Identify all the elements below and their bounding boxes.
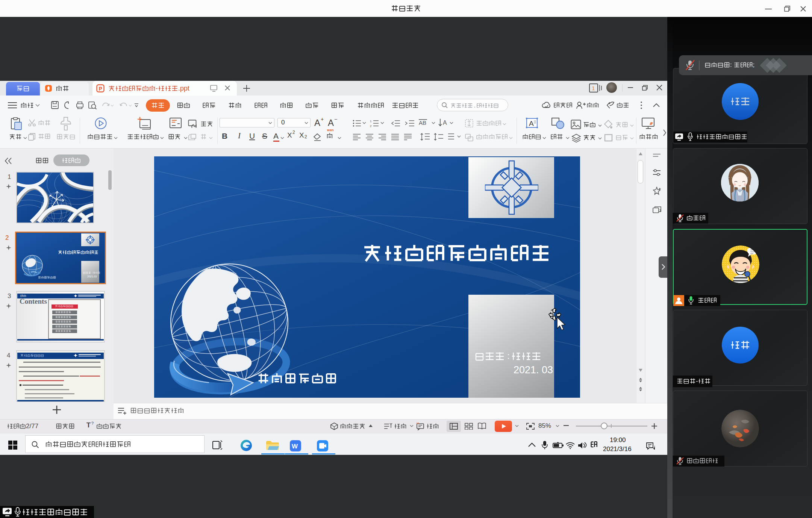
svg-text:;: ;	[753, 62, 755, 68]
svg-text:P: P	[99, 86, 102, 92]
svg-text:1: 1	[370, 120, 372, 123]
svg-text::: :	[730, 62, 732, 68]
svg-text:A: A	[529, 120, 534, 127]
svg-text:2/77: 2/77	[26, 423, 38, 430]
svg-text:2021.03: 2021.03	[87, 275, 97, 278]
svg-text:-: -	[156, 85, 158, 92]
svg-text:.ppt: .ppt	[178, 85, 189, 92]
svg-text:W: W	[292, 443, 298, 450]
svg-text:AB: AB	[419, 120, 426, 126]
svg-text:A: A	[443, 120, 447, 126]
svg-text:2: 2	[370, 124, 372, 127]
svg-text:-: -	[696, 378, 698, 385]
svg-text:1: 1	[592, 85, 595, 91]
